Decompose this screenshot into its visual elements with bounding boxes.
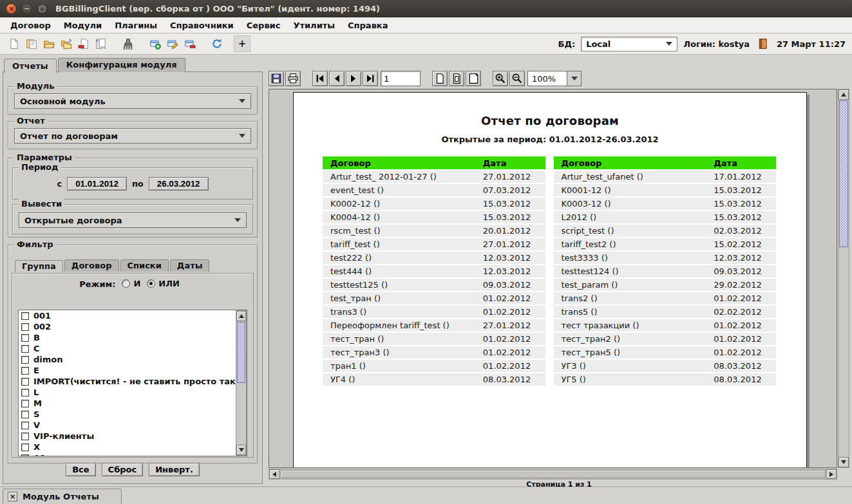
add-tab-button[interactable]: + (234, 35, 251, 52)
menu-item-утилиты[interactable]: Утилиты (287, 19, 341, 32)
close-window-button[interactable]: × (6, 3, 17, 14)
checkbox-icon[interactable] (21, 356, 29, 364)
scrollbar-thumb[interactable] (237, 322, 245, 383)
filter-tab-списки[interactable]: Списки (120, 259, 169, 272)
edit-window-icon[interactable] (165, 36, 180, 51)
filter-button-сброс[interactable]: Сброс (102, 463, 144, 476)
checkbox-icon[interactable] (21, 400, 29, 407)
filter-tab-группа[interactable]: Группа (15, 260, 63, 272)
scroll-down-button[interactable] (838, 457, 849, 467)
menu-item-сервис[interactable]: Сервис (240, 19, 287, 32)
save-report-button[interactable] (269, 71, 284, 86)
open-document-icon[interactable] (24, 36, 39, 51)
group-list-item[interactable]: 002 (19, 321, 247, 332)
report-vertical-scrollbar[interactable] (838, 89, 849, 468)
db-selected-value: Local (586, 39, 611, 49)
group-list-item[interactable]: B (19, 332, 247, 343)
next-page-button[interactable] (346, 71, 361, 86)
zoom-select[interactable]: 100% (527, 71, 582, 86)
group-list-item[interactable]: 001 (19, 310, 247, 321)
first-page-button[interactable] (312, 71, 328, 86)
sidebar-tab-отчеты[interactable]: Отчеты (4, 59, 57, 73)
checkbox-icon[interactable] (21, 443, 29, 451)
group-list-item[interactable]: E (19, 365, 247, 376)
db-select[interactable]: Local (581, 37, 677, 51)
print-report-button[interactable] (285, 71, 301, 86)
checkbox-icon[interactable] (21, 323, 29, 331)
paste-document-icon[interactable] (93, 36, 109, 51)
fit-page-button[interactable] (449, 71, 464, 86)
mode-label: Режим: (79, 279, 115, 289)
checkbox-icon[interactable] (21, 422, 29, 429)
scroll-down-button[interactable] (236, 445, 246, 455)
group-list-item[interactable]: X (19, 442, 247, 453)
checkbox-icon[interactable] (21, 312, 29, 320)
group-item-label: VIP-клиенты (33, 431, 94, 441)
scroll-right-button[interactable] (826, 469, 837, 479)
refresh-icon[interactable] (209, 36, 225, 51)
stamp-icon[interactable] (120, 36, 136, 51)
period-to-button[interactable]: 26.03.2012 (149, 177, 209, 191)
scroll-up-button[interactable] (838, 89, 849, 100)
maximize-window-button[interactable]: ▢ (37, 3, 48, 14)
group-list-item[interactable]: IMPORT(чистится! - не ставить просто так… (19, 376, 247, 387)
checkbox-icon[interactable] (21, 334, 29, 342)
group-list-item[interactable]: dimon (19, 354, 247, 365)
report-select[interactable]: Отчет по договорам (14, 128, 251, 144)
filter-button-инверт[interactable]: Инверт. (149, 463, 200, 476)
actual-size-button[interactable] (432, 71, 448, 86)
period-from-button[interactable]: 01.01.2012 (67, 177, 127, 191)
module-select[interactable]: Основной модуль (14, 93, 251, 109)
scrollbar-thumb[interactable] (839, 100, 848, 247)
zoom-in-button[interactable] (493, 71, 508, 86)
menu-item-модули[interactable]: Модули (57, 19, 108, 32)
close-document-icon[interactable] (76, 36, 91, 51)
group-list-item[interactable]: L (19, 387, 247, 398)
bottom-tab-module-reports[interactable]: × Модуль Отчеты (3, 489, 122, 504)
close-window-icon[interactable] (182, 36, 198, 51)
last-page-button[interactable] (363, 71, 378, 86)
scroll-left-button[interactable] (269, 469, 279, 479)
menu-item-плагины[interactable]: Плагины (108, 19, 164, 32)
list-scrollbar[interactable] (236, 310, 247, 456)
checkbox-icon[interactable] (21, 378, 29, 386)
open-folder-icon[interactable] (41, 36, 57, 51)
group-list-item[interactable]: А1 (19, 453, 247, 456)
scroll-up-button[interactable] (236, 311, 246, 321)
report-horizontal-scrollbar[interactable] (269, 469, 837, 480)
sidebar-tab-конфигурация-модуля[interactable]: Конфигурация модуля (58, 58, 185, 72)
exit-door-icon[interactable] (755, 36, 771, 51)
add-window-icon[interactable] (147, 36, 163, 51)
fit-width-button[interactable] (466, 71, 481, 86)
group-list-item[interactable]: VIP-клиенты (19, 431, 247, 442)
checkbox-icon[interactable] (21, 411, 29, 418)
menu-item-договор[interactable]: Договор (4, 19, 57, 32)
prev-page-button[interactable] (329, 71, 345, 86)
menu-item-справка[interactable]: Справка (341, 19, 394, 32)
minimize-window-button[interactable]: − (21, 3, 32, 14)
group-list-item[interactable]: C (19, 343, 247, 354)
scrollbar-thumb[interactable] (280, 470, 826, 478)
mode-radio-или[interactable]: ИЛИ (147, 279, 180, 288)
filter-tab-даты[interactable]: Даты (170, 259, 210, 272)
group-list-item[interactable]: M (19, 398, 247, 409)
checkbox-icon[interactable] (21, 389, 29, 397)
checkbox-icon[interactable] (21, 433, 29, 440)
filter-tab-договор[interactable]: Договор (64, 259, 119, 272)
toolbar-right: БД: Local Логин: kostya 27 Март 11:27 (558, 36, 846, 51)
mode-radio-и[interactable]: И (122, 279, 140, 288)
group-list-item[interactable]: V (19, 420, 247, 431)
table-row: tariff_test2 ()15.02.2012 (554, 238, 777, 250)
menu-item-справочники[interactable]: Справочники (164, 19, 240, 32)
checkbox-icon[interactable] (21, 367, 29, 375)
group-list-item[interactable]: S (19, 409, 247, 420)
checkbox-icon[interactable] (21, 454, 29, 457)
zoom-out-button[interactable] (509, 71, 525, 86)
copy-folder-icon[interactable] (59, 36, 74, 51)
filter-button-все[interactable]: Все (66, 463, 95, 476)
page-number-input[interactable] (381, 71, 421, 86)
close-tab-button[interactable]: × (8, 492, 17, 501)
output-select[interactable]: Открытые договора (19, 212, 247, 228)
new-document-icon[interactable] (6, 36, 22, 51)
checkbox-icon[interactable] (21, 345, 29, 353)
